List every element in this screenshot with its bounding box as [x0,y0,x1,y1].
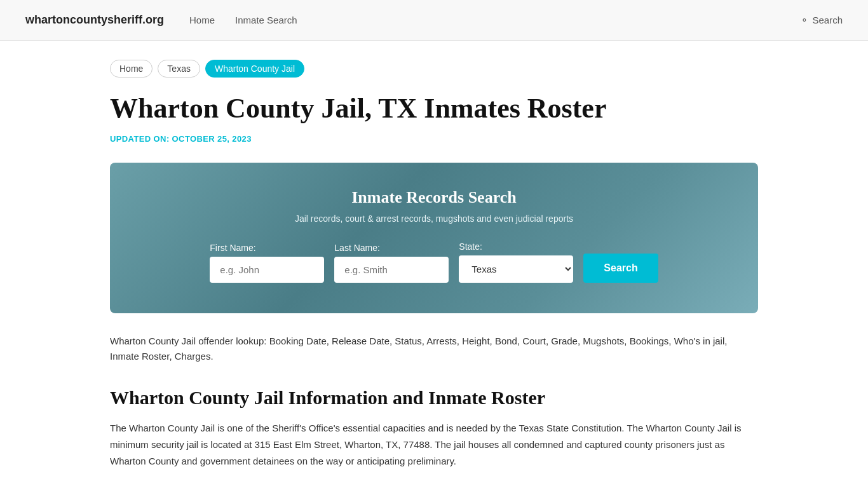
page-title: Wharton County Jail, TX Inmates Roster [110,93,758,125]
section-body: The Wharton County Jail is one of the Sh… [110,420,758,470]
first-name-label: First Name: [210,243,324,253]
description-text: Wharton County Jail offender lookup: Boo… [110,334,758,364]
search-form: First Name: Last Name: State: AlabamaAla… [148,241,720,283]
main-content: Home Texas Wharton County Jail Wharton C… [85,41,783,488]
state-group: State: AlabamaAlaskaArizonaArkansasCalif… [459,241,573,283]
first-name-group: First Name: [210,243,324,283]
navbar-search-label: Search [812,15,843,25]
breadcrumb-home[interactable]: Home [110,60,153,78]
brand-link[interactable]: whartoncountysheriff.org [25,13,164,27]
breadcrumb: Home Texas Wharton County Jail [110,60,758,78]
first-name-input[interactable] [210,257,324,283]
last-name-group: Last Name: [334,243,449,283]
last-name-input[interactable] [334,257,449,283]
section-heading: Wharton County Jail Information and Inma… [110,387,758,409]
updated-label: UPDATED ON: OCTOBER 25, 2023 [110,134,758,144]
search-icon: ⚬ [801,15,808,25]
search-widget: Inmate Records Search Jail records, cour… [110,163,758,313]
nav-home[interactable]: Home [189,15,215,25]
last-name-label: Last Name: [334,243,449,253]
nav-inmate-search[interactable]: Inmate Search [235,15,297,25]
search-widget-subtitle: Jail records, court & arrest records, mu… [148,214,720,224]
navbar: whartoncountysheriff.org Home Inmate Sea… [0,0,868,41]
state-select[interactable]: AlabamaAlaskaArizonaArkansasCaliforniaCo… [459,255,573,283]
nav-links: Home Inmate Search [189,15,775,25]
breadcrumb-wharton[interactable]: Wharton County Jail [205,60,304,78]
navbar-search-button[interactable]: ⚬ Search [801,15,843,25]
search-button[interactable]: Search [583,254,658,283]
search-widget-title: Inmate Records Search [148,188,720,207]
breadcrumb-texas[interactable]: Texas [158,60,200,78]
state-label: State: [459,241,573,252]
